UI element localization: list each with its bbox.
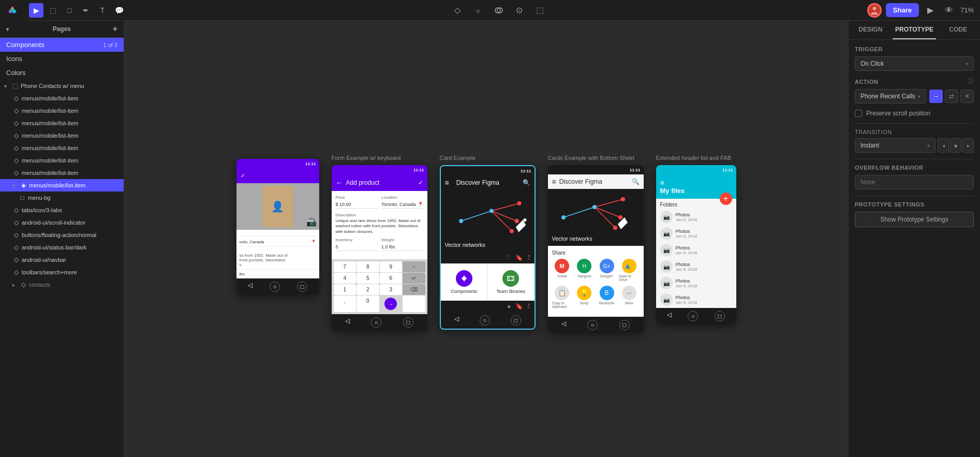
frame-add-product[interactable]: 11:11 ← Add product ✓ Price bbox=[332, 165, 427, 331]
key-7[interactable]: 7 bbox=[334, 261, 357, 272]
share-icon[interactable]: ⤴ bbox=[527, 254, 530, 261]
info-icon[interactable]: ⓘ bbox=[968, 77, 974, 86]
layer-item[interactable]: ◇ menus/mobile/list-item bbox=[0, 129, 124, 142]
key-4[interactable]: 4 bbox=[334, 273, 357, 284]
preserve-scroll-checkbox[interactable] bbox=[855, 110, 862, 117]
key-minus[interactable]: − bbox=[403, 261, 425, 272]
bool-union-icon[interactable] bbox=[492, 3, 506, 18]
key-enter[interactable]: ↵ bbox=[403, 273, 425, 284]
file-item-photos-2[interactable]: 📷 Photos Jan 9, 2018 bbox=[656, 225, 736, 242]
shape-tool[interactable]: □ bbox=[62, 3, 77, 18]
share-item-gmail[interactable]: M Gmail bbox=[552, 259, 572, 282]
share-item-google[interactable]: G+ Google+ bbox=[597, 259, 617, 282]
layer-item[interactable]: ◇ menus/mobile/list-item bbox=[0, 154, 124, 167]
action-navigate-btn[interactable]: → bbox=[929, 90, 943, 103]
layer-item[interactable]: ◇ toolbars/search+more bbox=[0, 266, 124, 278]
component-icon[interactable]: ◇ bbox=[450, 3, 465, 18]
layer-item[interactable]: □ menu-bg bbox=[0, 191, 124, 204]
key-6[interactable]: 6 bbox=[380, 273, 403, 284]
action-dropdown[interactable]: Phone Recent Calls ▾ bbox=[855, 89, 926, 104]
share-item-hangout[interactable]: H Hangout bbox=[574, 259, 595, 282]
text-tool[interactable]: T bbox=[95, 3, 110, 18]
layer-item[interactable]: ◇ buttons/floating-action/normal bbox=[0, 229, 124, 241]
layer-item[interactable]: ◇ android-ui/navbar bbox=[0, 254, 124, 266]
play-button[interactable]: ▶ bbox=[923, 3, 938, 18]
key-backspace[interactable]: ⌫ bbox=[403, 284, 425, 295]
layer-item[interactable]: ◇ android-ui/scroll-indicator bbox=[0, 216, 124, 229]
layer-item[interactable]: ◇ menus/mobile/list-item bbox=[0, 142, 124, 154]
key-8[interactable]: 8 bbox=[357, 261, 379, 272]
key-3[interactable]: 3 bbox=[380, 284, 403, 295]
mini-card-team-libraries[interactable]: Team libraries bbox=[487, 263, 534, 301]
page-icons[interactable]: Icons bbox=[0, 52, 124, 66]
layer-item[interactable]: ◇ menus/mobile/list-item bbox=[0, 167, 124, 179]
transition-stop-btn[interactable]: ■ bbox=[950, 138, 961, 153]
key-2[interactable]: 2 bbox=[357, 284, 379, 295]
field-input-location[interactable]: Toronto, Canada📍 bbox=[381, 201, 423, 209]
overflow-input[interactable] bbox=[855, 175, 974, 189]
transition-prev-btn[interactable]: ◂ bbox=[938, 138, 949, 153]
field-input-price[interactable]: $ 10.00 bbox=[336, 201, 378, 209]
show-prototype-settings-button[interactable]: Show Prototype Settings bbox=[855, 212, 974, 227]
layer-item[interactable]: ◇ menus/mobile/list-item bbox=[0, 92, 124, 105]
frame-phone-contacts[interactable]: 11:11 ✓ 👤 📷 bbox=[236, 159, 319, 295]
crop-icon[interactable]: ⬚ bbox=[533, 3, 547, 18]
key-1[interactable]: 1 bbox=[334, 284, 357, 295]
key-0[interactable]: 0 bbox=[357, 296, 379, 312]
comment-tool[interactable]: 💬 bbox=[112, 3, 126, 18]
tab-design[interactable]: DESIGN bbox=[849, 21, 893, 39]
trigger-dropdown[interactable]: On Click ▾ bbox=[855, 56, 974, 71]
field-input-weight[interactable]: 1.0 lbs bbox=[381, 243, 423, 251]
action-swap-btn[interactable]: ⇄ bbox=[945, 90, 958, 103]
frame-extended-header[interactable]: 11:11 ≡ My files Folders bbox=[656, 165, 736, 325]
back-icon[interactable]: ← bbox=[336, 179, 343, 187]
file-item-photos-1[interactable]: 📷 Photos Jan 9, 2018 bbox=[656, 209, 736, 225]
page-colors[interactable]: Colors bbox=[0, 66, 124, 80]
file-item-photos-4[interactable]: 📷 Photos Jan 9, 2018 bbox=[656, 258, 736, 275]
mask-icon[interactable]: ⬦ bbox=[471, 3, 485, 18]
share-item-keep[interactable]: 💡 Keep bbox=[574, 286, 595, 308]
field-input-inventory[interactable]: 5 bbox=[336, 243, 378, 251]
file-item-photos-6[interactable]: 📷 Photos Jan 9, 2018 bbox=[656, 291, 736, 308]
share-item-copy[interactable]: 📋 Copy to clipboard bbox=[552, 286, 572, 308]
record-icon[interactable]: ● bbox=[507, 303, 511, 310]
share-icon2[interactable]: ⤴ bbox=[527, 303, 530, 310]
pages-add-button[interactable]: + bbox=[113, 25, 117, 33]
tab-code[interactable]: CODE bbox=[936, 21, 980, 39]
key-comma[interactable]: , bbox=[334, 296, 357, 312]
layer-item[interactable]: ◇ menus/mobile/list-item bbox=[0, 117, 124, 129]
layer-item[interactable]: ◇ android-ui/status-bar/dark bbox=[0, 241, 124, 254]
share-item-more[interactable]: ··· More bbox=[619, 286, 639, 308]
share-button[interactable]: Share bbox=[886, 3, 919, 17]
mini-card-components[interactable]: Components bbox=[441, 263, 488, 301]
main-canvas[interactable]: 11:11 ✓ 👤 📷 bbox=[124, 21, 848, 457]
frame-cards-bottom-sheet[interactable]: 11:11 ≡ Discover Figma 🔍 bbox=[548, 165, 644, 333]
transition-next-btn[interactable]: ▸ bbox=[962, 138, 974, 153]
fab-button[interactable]: + bbox=[720, 193, 732, 205]
layer-phone-contacts[interactable]: ▾ ⬚ Phone Contacts w/ menu bbox=[0, 80, 124, 92]
layer-item-selected[interactable]: ▾ ◈ menus/mobile/list-item bbox=[0, 179, 124, 191]
bookmark-icon2[interactable]: 🔖 bbox=[515, 303, 523, 310]
frame-tool[interactable]: ⬚ bbox=[46, 3, 60, 18]
share-item-bluetooth[interactable]: B Bluetooth bbox=[597, 286, 617, 308]
circle-icon[interactable]: ⊙ bbox=[512, 3, 527, 18]
key-9[interactable]: 9 bbox=[380, 261, 403, 272]
key-go[interactable]: → bbox=[380, 296, 403, 312]
layer-item[interactable]: ◇ menus/mobile/list-item bbox=[0, 105, 124, 117]
zoom-level[interactable]: 71% bbox=[960, 6, 974, 14]
layer-item[interactable]: ◇ tabs/icon/3-tabs bbox=[0, 204, 124, 216]
frame-card-example[interactable]: 11:11 ≡ Discover Figma 🔍 bbox=[440, 165, 536, 330]
eye-button[interactable]: 👁 bbox=[942, 3, 956, 18]
page-components[interactable]: Components 1 of 3 bbox=[0, 38, 124, 52]
transition-dropdown[interactable]: Instant ▾ bbox=[855, 138, 936, 153]
file-item-photos-5[interactable]: 📷 Photos Jan 9, 2018 bbox=[656, 275, 736, 291]
move-tool[interactable]: ▶ bbox=[29, 3, 43, 18]
heart-icon[interactable]: ♡ bbox=[506, 254, 511, 261]
action-close-btn[interactable]: ✕ bbox=[960, 90, 974, 103]
pen-tool[interactable]: ✒ bbox=[79, 3, 93, 18]
layer-item[interactable]: ▸ ◇ contacts bbox=[0, 278, 124, 291]
file-item-photos-3[interactable]: 📷 Photos Jan 9, 2018 bbox=[656, 242, 736, 258]
share-item-drive[interactable]: Save to Drive bbox=[619, 259, 639, 282]
check-icon[interactable]: ✓ bbox=[418, 179, 423, 186]
key-5[interactable]: 5 bbox=[357, 273, 379, 284]
